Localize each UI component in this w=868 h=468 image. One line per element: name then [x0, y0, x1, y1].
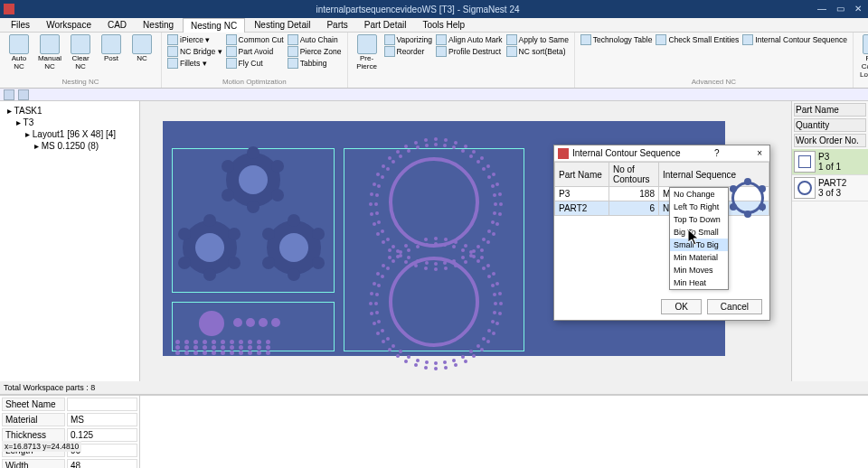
ribbon-btn-fly-cut[interactable]: Fly Cut [226, 58, 284, 69]
dropdown-item-big-to-small[interactable]: Big To Small [670, 226, 728, 239]
ribbon-btn-reorder[interactable]: Reorder [384, 46, 433, 57]
contour-dot [491, 184, 495, 188]
ribbon-btn-ipierce-[interactable]: iPierce ▾ [167, 34, 222, 45]
contour-dot [434, 262, 438, 266]
contour-dot [425, 360, 429, 364]
dropdown-item-no-change[interactable]: No Change [670, 188, 728, 201]
dropdown-item-small-to-big[interactable]: Small To Big [670, 239, 728, 251]
ribbon-btn-align-auto-mark[interactable]: Align Auto Mark [436, 34, 503, 45]
tree-item[interactable]: ▸ Layout1 [96 X 48] [4] [4, 128, 136, 140]
small-dot [203, 351, 207, 355]
contour-dot [373, 183, 376, 186]
dropdown-item-min-heat[interactable]: Min Heat [670, 276, 728, 289]
ribbon-btn-pre-pierce[interactable]: Pre-Pierce [354, 34, 381, 71]
gear-part[interactable] [267, 220, 321, 275]
small-dot [193, 340, 198, 344]
small-dot [257, 345, 261, 350]
ribbon-group-label: Advanced NC [580, 77, 847, 86]
menu-cad[interactable]: CAD [100, 18, 134, 32]
ribbon-group: Technology TableCheck Small EntitiesInte… [575, 33, 854, 88]
gear-part[interactable] [183, 220, 237, 275]
left-panel: ▸ TASK1▸ T3▸ Layout1 [96 X 48] [4]▸ MS 0… [0, 101, 140, 381]
contour-dot [494, 302, 497, 305]
minimize-button[interactable]: — [816, 3, 828, 15]
ribbon-group-label: Motion Optimization [167, 77, 342, 86]
contour-dot [424, 366, 428, 370]
menu-part-detail[interactable]: Part Detail [357, 18, 414, 32]
tool-icon[interactable] [18, 89, 29, 100]
contour-dot [434, 137, 438, 141]
tool-icon[interactable] [4, 89, 14, 100]
small-dot [175, 345, 180, 350]
ribbon-btn-part-avoid[interactable]: Part Avoid [226, 46, 284, 57]
dialog-title-bar[interactable]: Internal Contour Sequence ? × [554, 145, 769, 162]
close-button[interactable]: ✕ [852, 3, 864, 15]
ribbon-btn-common-cut[interactable]: Common Cut [226, 34, 284, 45]
ribbon-btn-pierce-zone[interactable]: Pierce Zone [288, 46, 342, 57]
tree-item[interactable]: ▸ TASK1 [4, 105, 136, 117]
part-row-part2[interactable]: PART23 of 3 [792, 175, 868, 201]
ribbon-btn-vaporizing[interactable]: Vaporizing [384, 34, 433, 45]
contour-dot [396, 354, 400, 358]
ribbon-btn-fillets-[interactable]: Fillets ▾ [167, 58, 222, 69]
tree-item[interactable]: ▸ T3 [4, 117, 136, 128]
gear-part[interactable] [226, 153, 280, 207]
dropdown-item-min-material[interactable]: Min Material [670, 251, 728, 264]
ribbon-btn-part-corner-loops-[interactable]: Part Corner Loops ▾ [859, 34, 868, 79]
ribbon-btn-apply-to-same[interactable]: Apply to Same [506, 34, 569, 45]
sequence-dropdown[interactable]: No ChangeLeft To RightTop To DownBig To … [669, 187, 729, 290]
ribbon-btn-clear-nc[interactable]: Clear NC [67, 34, 94, 71]
dropdown-item-top-to-down[interactable]: Top To Down [670, 213, 728, 226]
ribbon-btn-post[interactable]: Post [98, 34, 125, 63]
part-row-p3[interactable]: P31 of 1 [792, 149, 868, 175]
ribbon-btn-check-small-entities[interactable]: Check Small Entities [656, 34, 739, 45]
quick-toolbar [0, 89, 868, 101]
menu-nesting[interactable]: Nesting [136, 18, 181, 32]
contour-dot [386, 238, 390, 241]
contour-circle [389, 157, 479, 248]
tree-item[interactable]: ▸ MS 0.1250 (8) [4, 140, 136, 152]
menu-parts[interactable]: Parts [319, 18, 354, 32]
parts-header-table: Part Name Quantity Work Order No. [792, 101, 868, 149]
contour-dot [444, 366, 448, 370]
ribbon-btn-internal-contour-sequence[interactable]: Internal Contour Sequence [742, 34, 847, 45]
ribbon-btn-manual-nc[interactable]: Manual NC [36, 34, 63, 71]
contour-dot [464, 244, 467, 248]
small-dot [193, 345, 198, 350]
ribbon-btn-profile-destruct[interactable]: Profile Destruct [436, 46, 503, 57]
properties-panel: Sheet NameMaterialMSThickness0.125Length… [0, 396, 140, 468]
ribbon-btn-nc-bridge-[interactable]: NC Bridge ▾ [167, 46, 222, 57]
dropdown-item-left-to-right[interactable]: Left To Right [670, 201, 728, 213]
ribbon-group: Auto NCManual NCClear NCPostNCNesting NC [0, 33, 162, 88]
ribbon-btn-auto-chain[interactable]: Auto Chain [288, 34, 342, 45]
menu-tools-help[interactable]: Tools Help [415, 18, 472, 32]
maximize-button[interactable]: ▭ [834, 3, 846, 15]
menu-nesting-nc[interactable]: Nesting NC [183, 18, 245, 33]
col-partname: Part Name [555, 163, 609, 187]
ok-button[interactable]: OK [661, 299, 701, 314]
small-hole [246, 318, 255, 327]
dropdown-item-min-moves[interactable]: Min Moves [670, 264, 728, 276]
small-dot [212, 345, 216, 350]
contour-dot [472, 354, 476, 358]
dialog-help-button[interactable]: ? [711, 148, 723, 158]
menu-workspace[interactable]: Workspace [39, 18, 99, 32]
ribbon-btn-technology-table[interactable]: Technology Table [580, 34, 653, 45]
small-dot [212, 340, 216, 344]
menu-files[interactable]: Files [4, 18, 37, 32]
contour-dot [404, 360, 408, 363]
ribbon-btn-auto-nc[interactable]: Auto NC [5, 34, 33, 71]
small-dot [175, 340, 180, 344]
contour-dot [498, 292, 502, 295]
small-hole [259, 318, 268, 327]
ribbon-btn-nc[interactable]: NC [128, 34, 156, 63]
menu-nesting-detail[interactable]: Nesting Detail [247, 18, 317, 32]
contour-dot [434, 367, 438, 370]
col-nocontours: No of Contours [609, 163, 659, 187]
cancel-button[interactable]: Cancel [707, 299, 762, 314]
workspace-tree[interactable]: ▸ TASK1▸ T3▸ Layout1 [96 X 48] [4]▸ MS 0… [0, 101, 139, 381]
ribbon-btn-tabbing[interactable]: Tabbing [288, 58, 342, 69]
dialog-close-button[interactable]: × [753, 148, 766, 158]
contour-dot [386, 267, 390, 270]
ribbon-btn-nc-sort-beta-[interactable]: NC sort(Beta) [506, 46, 569, 57]
